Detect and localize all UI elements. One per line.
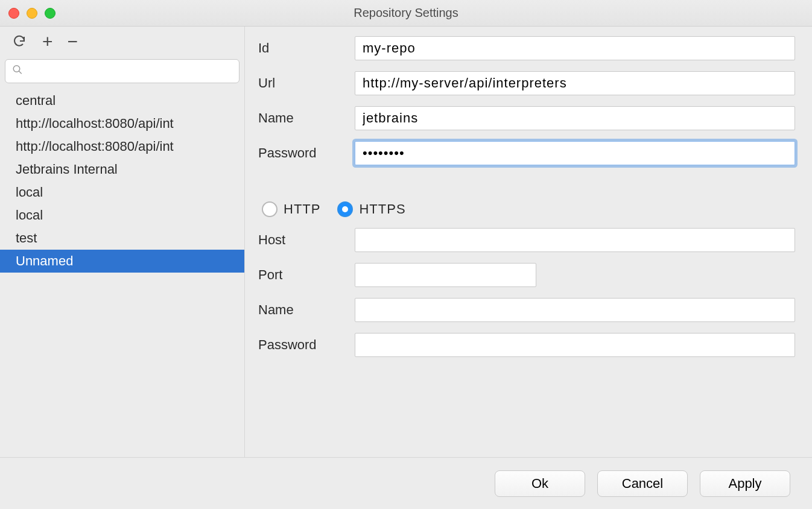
form-panel: Id Url Name Password HTTP HTTPS: [245, 27, 812, 457]
dialog-footer: Ok Cancel Apply: [0, 457, 812, 509]
repo-list: centralhttp://localhost:8080/api/inthttp…: [0, 89, 244, 457]
repo-list-item[interactable]: Unnamed: [0, 250, 244, 273]
url-label: Url: [258, 75, 355, 91]
proxy-name-label: Name: [258, 302, 355, 318]
sidebar-toolbar: + −: [0, 27, 244, 55]
repo-list-item[interactable]: test: [0, 227, 244, 250]
password-field[interactable]: [355, 141, 795, 165]
add-button[interactable]: +: [42, 33, 53, 51]
proxy-password-label: Password: [258, 337, 355, 353]
url-field[interactable]: [355, 71, 795, 95]
http-radio[interactable]: HTTP: [262, 201, 320, 217]
cancel-button[interactable]: Cancel: [597, 470, 688, 497]
search-icon: [12, 65, 23, 78]
repo-list-item[interactable]: http://localhost:8080/api/int: [0, 135, 244, 158]
search-input[interactable]: [5, 59, 239, 83]
proxy-name-field[interactable]: [355, 298, 795, 322]
password-label: Password: [258, 145, 355, 161]
https-radio-label: HTTPS: [359, 201, 405, 217]
apply-button[interactable]: Apply: [700, 470, 790, 497]
port-field[interactable]: [355, 263, 536, 287]
repo-list-item[interactable]: Jetbrains Internal: [0, 158, 244, 181]
remove-button[interactable]: −: [68, 33, 78, 51]
name-label: Name: [258, 110, 355, 126]
id-label: Id: [258, 40, 355, 56]
svg-point-0: [13, 66, 20, 72]
refresh-icon[interactable]: [11, 33, 28, 50]
svg-line-1: [19, 71, 22, 74]
sidebar: + − centralhttp://localhost:8080/api/int…: [0, 27, 245, 457]
host-label: Host: [258, 232, 355, 248]
radio-icon: [337, 201, 353, 217]
repo-list-item[interactable]: local: [0, 204, 244, 227]
host-field[interactable]: [355, 228, 795, 252]
name-field[interactable]: [355, 106, 795, 130]
repo-list-item[interactable]: central: [0, 89, 244, 112]
https-radio[interactable]: HTTPS: [337, 201, 405, 217]
titlebar: Repository Settings: [0, 0, 812, 27]
window-title: Repository Settings: [0, 6, 812, 20]
repo-list-item[interactable]: http://localhost:8080/api/int: [0, 112, 244, 135]
http-radio-label: HTTP: [284, 201, 320, 217]
proxy-password-field[interactable]: [355, 333, 795, 357]
id-field[interactable]: [355, 36, 795, 60]
port-label: Port: [258, 267, 355, 283]
radio-icon: [262, 201, 278, 217]
ok-button[interactable]: Ok: [495, 470, 585, 497]
protocol-radio-group: HTTP HTTPS: [258, 201, 795, 217]
repo-list-item[interactable]: local: [0, 181, 244, 204]
